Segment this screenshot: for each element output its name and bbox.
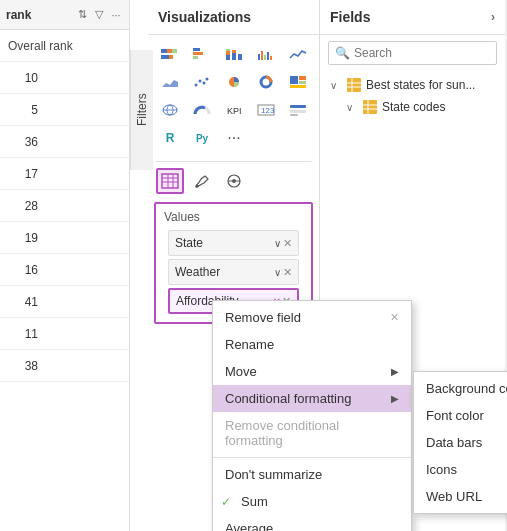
menu-item-average[interactable]: Average: [213, 515, 411, 531]
rank-rows: 10 5 36 17 28 19 16 41 11 38: [0, 62, 129, 382]
weather-remove-icon[interactable]: ✕: [283, 266, 292, 279]
table-row: 19: [0, 222, 129, 254]
gauge-icon[interactable]: [188, 97, 216, 123]
state-remove-icon[interactable]: ✕: [283, 237, 292, 250]
state-slot-icons: ∨ ✕: [274, 237, 292, 250]
fields-tree: ∨ Best states for sun... ∨ State codes: [320, 71, 505, 121]
menu-item-remove-field[interactable]: Remove field ✕: [213, 304, 411, 331]
area-chart-icon[interactable]: [156, 69, 184, 95]
clustered-col-icon[interactable]: [252, 41, 280, 67]
rank-panel: rank ⇅ ▽ ··· Overall rank 10 5 36 17 28 …: [0, 0, 130, 531]
kpi-icon[interactable]: KPI: [220, 97, 248, 123]
rank-value: 17: [8, 167, 38, 181]
svg-rect-17: [267, 52, 269, 60]
weather-chevron-icon[interactable]: ∨: [274, 267, 281, 278]
rank-value: 16: [8, 263, 38, 277]
svg-rect-10: [226, 49, 230, 51]
tree-item-state-codes[interactable]: ∨ State codes: [326, 97, 499, 117]
weather-field-slot[interactable]: Weather ∨ ✕: [168, 259, 299, 285]
svg-rect-27: [299, 76, 306, 80]
rank-value: 11: [8, 327, 38, 341]
fields-header: Fields ›: [320, 0, 505, 35]
rank-title: rank: [6, 8, 31, 22]
stacked-bar-icon[interactable]: [156, 41, 184, 67]
sort-icon[interactable]: ⇅: [75, 8, 89, 22]
rank-header-icons: ⇅ ▽ ···: [75, 8, 123, 22]
submenu-font-color[interactable]: Font color: [414, 402, 507, 429]
slicer-icon[interactable]: [284, 97, 312, 123]
table-row: 28: [0, 190, 129, 222]
analytics-icon[interactable]: [220, 168, 248, 194]
stacked-col-icon[interactable]: [220, 41, 248, 67]
viz-divider: [156, 161, 311, 162]
svg-rect-16: [264, 55, 266, 60]
pie-chart-icon[interactable]: [220, 69, 248, 95]
menu-item-conditional-formatting[interactable]: Conditional formatting ▶: [213, 385, 411, 412]
search-box[interactable]: 🔍: [328, 41, 497, 65]
submenu-background-color[interactable]: Background color: [414, 375, 507, 402]
scatter-icon[interactable]: [188, 69, 216, 95]
viz-panel: Filters Visualizations: [130, 0, 320, 531]
svg-rect-0: [161, 49, 167, 53]
cond-formatting-arrow-icon: ▶: [391, 393, 399, 404]
table-icon-state-codes: [362, 100, 378, 114]
overall-rank-label: Overall rank: [8, 39, 88, 53]
tree-expand-icon[interactable]: ∨: [330, 80, 342, 91]
svg-text:123: 123: [261, 106, 275, 115]
svg-rect-36: [290, 105, 306, 108]
r-script-icon[interactable]: R: [156, 125, 184, 151]
submenu-web-url[interactable]: Web URL: [414, 483, 507, 510]
state-codes-expand-icon[interactable]: ∨: [346, 102, 358, 113]
visualizations-title: Visualizations: [148, 0, 319, 35]
rank-value: 38: [8, 359, 38, 373]
sum-check-icon: ✓: [221, 495, 231, 509]
menu-close-icon: ✕: [390, 311, 399, 324]
svg-rect-4: [169, 55, 173, 59]
svg-rect-29: [290, 85, 306, 88]
treemap-icon[interactable]: [284, 69, 312, 95]
line-chart-icon[interactable]: [284, 41, 312, 67]
svg-rect-15: [261, 51, 263, 60]
svg-rect-28: [299, 81, 306, 84]
state-chevron-icon[interactable]: ∨: [274, 238, 281, 249]
table-row: 11: [0, 318, 129, 350]
menu-item-remove-conditional: Remove conditional formatting: [213, 412, 411, 454]
card-icon[interactable]: 123: [252, 97, 280, 123]
donut-icon[interactable]: [252, 69, 280, 95]
table-row: 36: [0, 126, 129, 158]
svg-point-46: [232, 179, 236, 183]
state-field-label: State: [175, 236, 274, 250]
rank-value: 41: [8, 295, 38, 309]
rank-value: 19: [8, 231, 38, 245]
search-icon: 🔍: [335, 46, 350, 60]
menu-item-sum[interactable]: ✓ Sum: [213, 488, 411, 515]
filter-icon[interactable]: ▽: [92, 8, 106, 22]
svg-rect-53: [363, 100, 377, 114]
svg-text:KPI: KPI: [227, 106, 242, 116]
table-viz-selected-icon[interactable]: [156, 168, 184, 194]
menu-item-rename[interactable]: Rename: [213, 331, 411, 358]
svg-rect-37: [290, 110, 306, 113]
svg-rect-49: [347, 78, 361, 92]
search-input[interactable]: [354, 46, 490, 60]
table-icon-best-states: [346, 78, 362, 92]
more-options-icon[interactable]: ···: [109, 8, 123, 22]
svg-rect-7: [193, 56, 198, 59]
tree-item-best-states[interactable]: ∨ Best states for sun...: [326, 75, 499, 95]
fields-expand-icon[interactable]: ›: [491, 10, 495, 24]
more-visuals-icon[interactable]: ···: [220, 125, 248, 151]
submenu-icons[interactable]: Icons: [414, 456, 507, 483]
state-field-slot[interactable]: State ∨ ✕: [168, 230, 299, 256]
clustered-bar-icon[interactable]: [188, 41, 216, 67]
menu-item-dont-summarize[interactable]: Don't summarize: [213, 461, 411, 488]
python-icon[interactable]: Py: [188, 125, 216, 151]
menu-item-move[interactable]: Move ▶: [213, 358, 411, 385]
weather-slot-icons: ∨ ✕: [274, 266, 292, 279]
svg-rect-9: [226, 51, 230, 55]
paintbrush-icon[interactable]: [188, 168, 216, 194]
table-row: 38: [0, 350, 129, 382]
svg-rect-13: [238, 54, 242, 60]
map-icon[interactable]: [156, 97, 184, 123]
table-row: 41: [0, 286, 129, 318]
submenu-data-bars[interactable]: Data bars: [414, 429, 507, 456]
